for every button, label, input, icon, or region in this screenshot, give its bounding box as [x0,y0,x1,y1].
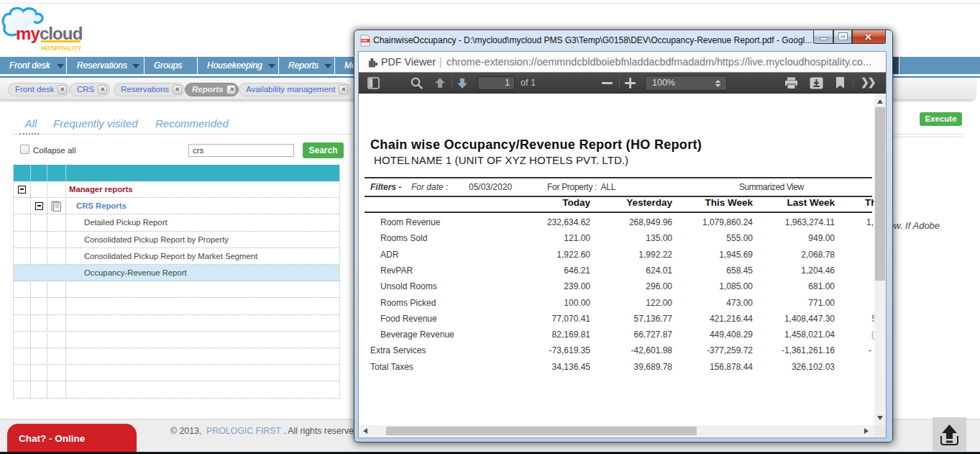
svg-text:PDF: PDF [362,39,368,42]
